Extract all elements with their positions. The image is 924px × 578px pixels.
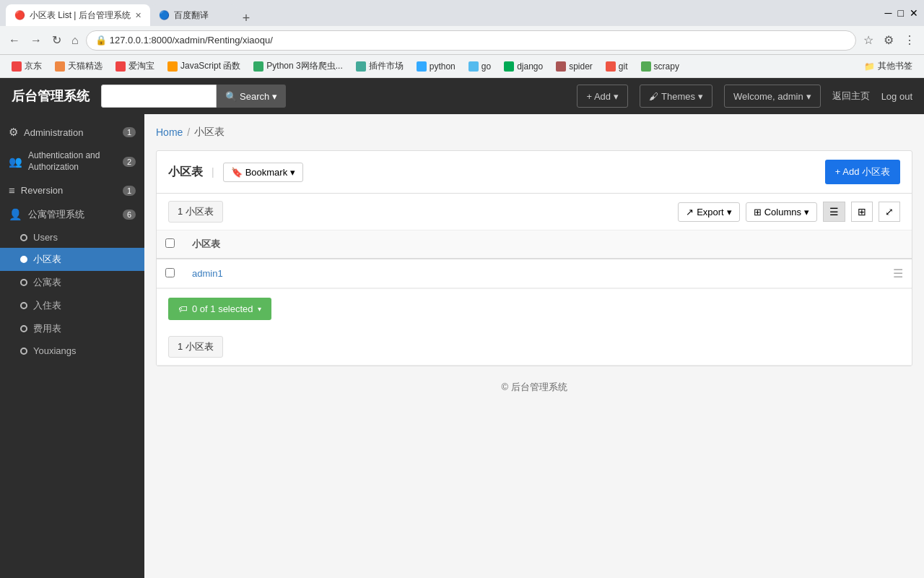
auth-icon: 👥 (9, 155, 22, 168)
bookmark-other[interactable]: 📁 其他书签 (858, 59, 918, 74)
bookmark-spider[interactable]: spider (550, 60, 598, 73)
address-text: 127.0.0.1:8000/xadmin/Renting/xiaoqu/ (110, 35, 273, 46)
auth-section-label: Authentication and Authorization (28, 150, 123, 173)
bookmark-jd[interactable]: 京东 (6, 59, 48, 74)
home-button[interactable]: ⌂ (69, 31, 82, 50)
welcome-button[interactable]: Welcome, admin ▾ (724, 85, 821, 108)
sidebar-item-users[interactable]: Users (0, 227, 144, 248)
extensions-button[interactable]: ⚙ (881, 30, 897, 50)
menu-button[interactable]: ⋮ (901, 30, 918, 50)
bookmark-tianmao[interactable]: 天猫精选 (49, 59, 108, 74)
row-action-icon[interactable]: ☰ (893, 267, 903, 280)
list-view-button[interactable]: ☰ (823, 202, 845, 222)
bookmark-plugin[interactable]: 插件市场 (350, 59, 409, 74)
sidebar-section-administration[interactable]: ⚙ Administration 1 (0, 120, 144, 144)
columns-caret-icon: ▾ (804, 207, 809, 217)
bookmark-scrapy[interactable]: scrapy (635, 60, 685, 73)
tab2-label: 百度翻译 (174, 9, 209, 22)
admin-badge: 1 (123, 127, 136, 137)
row-checkbox-cell (157, 259, 183, 288)
plugin-icon (356, 61, 366, 72)
grid-view-button[interactable]: ⊞ (851, 202, 873, 222)
breadcrumb-home[interactable]: Home (156, 126, 183, 138)
columns-icon: ⊞ (754, 207, 762, 217)
row-link[interactable]: admin1 (192, 268, 223, 279)
auth-badge: 2 (123, 157, 136, 167)
export-icon: ↗ (686, 207, 694, 217)
column-header-xiaoqu: 小区表 (183, 230, 648, 259)
refresh-button[interactable]: ↻ (49, 30, 64, 50)
themes-button[interactable]: 🖌 Themes ▾ (640, 85, 712, 108)
python3-icon (253, 61, 263, 72)
action-caret-icon: ▾ (258, 305, 261, 313)
tag-icon: 🏷 (178, 303, 188, 314)
minimize-button[interactable]: ─ (885, 7, 892, 19)
breadcrumb-current: 小区表 (194, 126, 225, 139)
bookmarks-bar: 京东 天猫精选 爱淘宝 JavaScript 函数 Python 3网络爬虫..… (0, 55, 924, 78)
bookmark-python[interactable]: python (411, 60, 461, 73)
columns-button[interactable]: ⊞ Columns ▾ (746, 202, 817, 222)
jd-icon (12, 61, 22, 72)
export-button[interactable]: ↗ Export ▾ (678, 202, 740, 222)
data-table: 小区表 admin1 (157, 230, 912, 288)
sidebar: ⚙ Administration 1 👥 Authentication and … (0, 114, 144, 578)
go-icon (468, 61, 479, 72)
bookmark-python3[interactable]: Python 3网络爬虫... (248, 59, 348, 74)
js-icon (167, 61, 178, 72)
ruzhu-circle-icon (20, 302, 27, 309)
sidebar-item-xiaoqu[interactable]: 小区表 (0, 248, 144, 271)
search-button[interactable]: 🔍 Search ▾ (217, 85, 286, 108)
reversion-badge: 1 (123, 186, 136, 196)
select-all-checkbox[interactable] (165, 238, 175, 248)
row-name-cell: admin1 (183, 259, 648, 288)
sidebar-item-feiyong[interactable]: 费用表 (0, 317, 144, 340)
table-row: admin1 ☰ (157, 259, 912, 288)
return-home-link[interactable]: 返回主页 (832, 90, 870, 103)
bookmark-aitaobao[interactable]: 爱淘宝 (110, 59, 160, 74)
bottom-toolbar: 1 小区表 (157, 329, 912, 366)
active-tab[interactable]: 🔴 小区表 List | 后台管理系统 ✕ (6, 4, 150, 26)
sidebar-section-mgmt[interactable]: 👤 公寓管理系统 6 (0, 202, 144, 227)
bookmark-star-button[interactable]: ☆ (860, 30, 876, 50)
new-tab-button[interactable]: + (237, 11, 256, 26)
table-toolbar: 1 小区表 ↗ Export ▾ ⊞ Columns ▾ ☰ (157, 194, 912, 230)
expand-view-button[interactable]: ⤢ (879, 202, 900, 222)
add-button[interactable]: + Add ▾ (577, 85, 628, 108)
forward-button[interactable]: → (27, 31, 45, 50)
address-bar[interactable]: 🔒 127.0.0.1:8000/xadmin/Renting/xiaoqu/ (86, 30, 856, 51)
bookmark-icon: 🔖 (231, 167, 243, 178)
back-button[interactable]: ← (6, 31, 23, 50)
bookmark-button[interactable]: 🔖 Bookmark ▾ (223, 163, 304, 182)
bookmark-go[interactable]: go (463, 60, 497, 73)
aitaobao-icon (116, 61, 126, 72)
main-content: Home / 小区表 小区表 | 🔖 Bookmark ▾ (144, 114, 924, 578)
bookmark-js[interactable]: JavaScript 函数 (162, 59, 246, 74)
feiyong-circle-icon (20, 325, 27, 332)
add-xiaoqu-button[interactable]: + Add 小区表 (825, 160, 900, 184)
sidebar-section-auth[interactable]: 👥 Authentication and Authorization 2 (0, 144, 144, 178)
bookmark-git[interactable]: git (600, 60, 634, 73)
row-checkbox[interactable] (165, 268, 175, 277)
sidebar-item-gongyu[interactable]: 公寓表 (0, 271, 144, 294)
content-panel: 小区表 | 🔖 Bookmark ▾ + Add 小区表 1 小区 (156, 150, 912, 366)
selected-action-button[interactable]: 🏷 0 of 1 selected ▾ (168, 298, 271, 320)
maximize-button[interactable]: □ (898, 7, 904, 19)
bottom-count-badge: 1 小区表 (168, 336, 223, 358)
sidebar-item-ruzhu[interactable]: 入住表 (0, 294, 144, 317)
export-caret-icon: ▾ (727, 207, 732, 217)
tab-close-icon[interactable]: ✕ (135, 11, 141, 20)
row-actions-cell: ☰ (648, 259, 912, 288)
close-button[interactable]: ✕ (910, 7, 918, 19)
bookmark-django[interactable]: django (498, 60, 549, 73)
logout-link[interactable]: Log out (881, 91, 912, 102)
tab-favicon: 🔴 (14, 10, 25, 20)
welcome-caret-icon: ▾ (806, 91, 811, 102)
search-form: 🔍 Search ▾ (101, 85, 286, 108)
sidebar-section-reversion[interactable]: ≡ Reversion 1 (0, 178, 144, 202)
search-caret-icon: ▾ (272, 91, 277, 102)
search-input[interactable] (101, 85, 217, 108)
sidebar-item-label-gongyu: 公寓表 (33, 276, 61, 289)
sidebar-item-youxiangs[interactable]: Youxiangs (0, 340, 144, 361)
inactive-tab[interactable]: 🔵 百度翻译 (150, 4, 237, 26)
git-icon (606, 61, 616, 72)
